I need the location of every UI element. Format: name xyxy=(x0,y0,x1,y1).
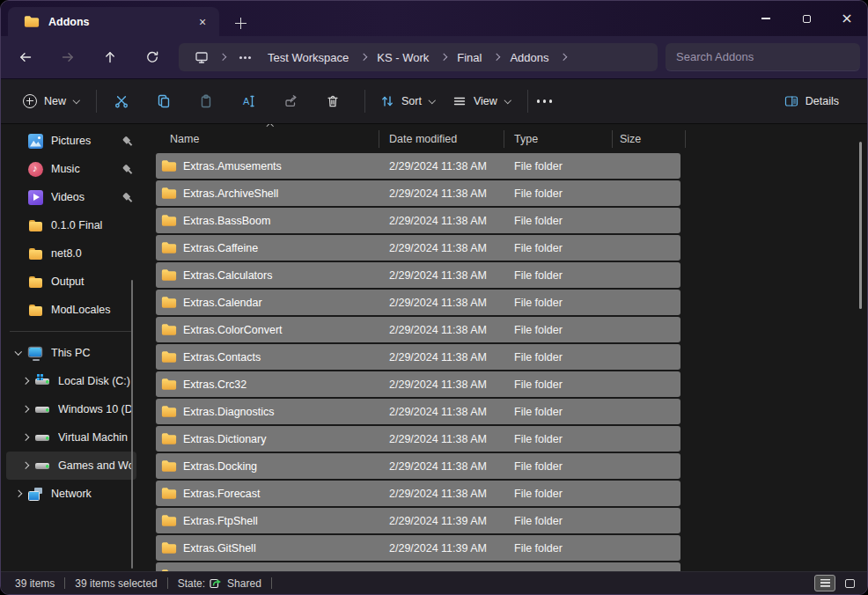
share-button[interactable] xyxy=(273,85,308,117)
cut-button[interactable] xyxy=(104,85,139,117)
chevron-icon[interactable] xyxy=(13,249,23,259)
sidebar-item[interactable]: net8.0 xyxy=(6,239,136,268)
new-tab-button[interactable] xyxy=(230,12,251,33)
file-type: File folder xyxy=(504,242,613,254)
tab-label: Addons xyxy=(48,16,193,28)
column-header-date-modified[interactable]: Date modified xyxy=(379,130,504,148)
file-row[interactable]: Extras.Calendar 2/29/2024 11:38 AM File … xyxy=(156,290,680,315)
details-pane-button[interactable]: Details xyxy=(776,85,853,117)
chevron-right-icon[interactable] xyxy=(436,50,450,64)
breadcrumb-item[interactable]: Final xyxy=(450,46,489,69)
sidebar-item[interactable]: Games and Wo xyxy=(6,452,136,480)
file-row[interactable]: Extras.Calculators 2/29/2024 11:38 AM Fi… xyxy=(156,262,680,288)
copy-button[interactable] xyxy=(146,85,181,117)
sidebar-tree: This PC Local Disk (C:) Windows 10 ( xyxy=(1,339,142,508)
breadcrumb-item[interactable]: KS - Work xyxy=(370,46,436,69)
close-button[interactable]: × xyxy=(827,1,867,36)
sidebar-item[interactable]: Virtual Machin xyxy=(6,423,136,452)
column-header-size[interactable]: Size xyxy=(613,130,686,148)
file-date-modified: 2/29/2024 11:38 AM xyxy=(379,160,504,173)
sidebar-item[interactable]: Local Disk (C:) xyxy=(6,367,136,395)
chevron-icon[interactable] xyxy=(13,277,23,287)
chevron-icon[interactable] xyxy=(13,305,23,315)
file-row[interactable]: Extras.Crc32 2/29/2024 11:38 AM File fol… xyxy=(156,371,680,397)
sidebar-scrollbar[interactable] xyxy=(131,280,133,569)
tab-close-icon[interactable]: × xyxy=(193,12,212,32)
file-name: Extras.ColorConvert xyxy=(183,324,283,336)
column-header-type[interactable]: Type xyxy=(504,130,613,148)
folder-icon xyxy=(161,432,177,445)
file-row[interactable]: Extras.Docking 2/29/2024 11:38 AM File f… xyxy=(156,453,680,479)
file-row[interactable]: Extras.Contacts 2/29/2024 11:38 AM File … xyxy=(156,344,680,370)
breadcrumb-item[interactable]: Test Workspace xyxy=(261,46,356,69)
sidebar-item-icon xyxy=(35,402,50,417)
paste-button[interactable] xyxy=(188,85,224,117)
sidebar-item[interactable]: Windows 10 (D xyxy=(6,395,136,423)
chevron-icon[interactable] xyxy=(20,405,30,415)
vertical-scrollbar[interactable] xyxy=(859,142,862,309)
file-row[interactable]: Extras.Diagnostics 2/29/2024 11:38 AM Fi… xyxy=(156,399,680,424)
sidebar-item[interactable]: 0.1.0 Final xyxy=(6,211,136,239)
search-input[interactable] xyxy=(676,50,850,63)
cut-icon xyxy=(114,94,129,108)
sidebar-item[interactable]: This PC xyxy=(6,339,136,367)
chevron-icon[interactable] xyxy=(13,165,23,174)
up-button[interactable] xyxy=(94,41,126,73)
file-row[interactable]: Extras.GitShell 2/29/2024 11:39 AM File … xyxy=(156,535,680,561)
file-row[interactable]: Extras.FtpShell 2/29/2024 11:39 AM File … xyxy=(156,508,680,533)
sidebar-item[interactable]: Network xyxy=(6,480,136,508)
breadcrumb-overflow-button[interactable] xyxy=(230,46,261,69)
chevron-icon[interactable] xyxy=(13,221,23,231)
details-view-button[interactable] xyxy=(814,575,835,591)
chevron-right-icon[interactable] xyxy=(356,50,370,64)
file-row[interactable]: Extras.Dictionary 2/29/2024 11:38 AM Fil… xyxy=(156,426,680,452)
more-options-button[interactable] xyxy=(535,85,555,117)
sidebar-item[interactable]: Music xyxy=(6,155,136,183)
file-row[interactable]: Extras.ColorConvert 2/29/2024 11:38 AM F… xyxy=(156,317,680,342)
forward-button[interactable] xyxy=(52,41,84,73)
file-row[interactable]: Extras.ArchiveShell 2/29/2024 11:38 AM F… xyxy=(156,180,680,206)
sidebar-item[interactable]: Pictures xyxy=(6,127,136,155)
file-type: File folder xyxy=(504,297,613,309)
file-list-area: Name Date modified Type Size xyxy=(142,124,867,571)
chevron-icon[interactable] xyxy=(13,193,23,202)
sidebar-item-label: net8.0 xyxy=(51,247,133,260)
chevron-icon[interactable] xyxy=(20,433,30,443)
sidebar-item[interactable]: Videos xyxy=(6,183,136,211)
minimize-button[interactable] xyxy=(746,1,786,36)
tab-addons[interactable]: Addons × xyxy=(8,7,219,36)
chevron-icon[interactable] xyxy=(20,461,30,471)
view-button[interactable]: View xyxy=(445,85,520,117)
breadcrumb-root-button[interactable] xyxy=(188,46,216,69)
file-row[interactable]: Extras.BassBoom 2/29/2024 11:38 AM File … xyxy=(156,208,680,233)
chevron-down-icon xyxy=(504,98,512,105)
folder-icon xyxy=(161,459,177,473)
chevron-icon[interactable] xyxy=(13,489,23,499)
sidebar-item[interactable]: Output xyxy=(6,268,136,296)
folder-icon xyxy=(161,296,177,309)
file-row[interactable]: Extras.Amusements 2/29/2024 11:38 AM Fil… xyxy=(156,153,680,179)
chevron-right-icon[interactable] xyxy=(556,50,570,64)
new-button[interactable]: New xyxy=(15,85,89,117)
folder-icon xyxy=(161,159,177,173)
file-row[interactable]: Extras.Caffeine 2/29/2024 11:38 AM File … xyxy=(156,235,680,261)
delete-button[interactable] xyxy=(315,85,350,117)
chevron-icon[interactable] xyxy=(20,377,30,386)
column-header-name[interactable]: Name xyxy=(156,130,379,148)
back-button[interactable] xyxy=(10,41,41,73)
maximize-button[interactable] xyxy=(786,1,827,36)
file-row[interactable]: Extras.Forecast 2/29/2024 11:38 AM File … xyxy=(156,481,680,506)
file-date-modified: 2/29/2024 11:38 AM xyxy=(379,488,504,500)
breadcrumb-item[interactable]: Addons xyxy=(503,46,555,69)
refresh-button[interactable] xyxy=(136,41,168,73)
chevron-right-icon[interactable] xyxy=(489,50,503,64)
rename-button[interactable]: A xyxy=(231,85,266,117)
toolbar-divider xyxy=(96,90,97,113)
sort-button[interactable]: Sort xyxy=(372,85,445,117)
chevron-icon[interactable] xyxy=(13,136,23,146)
large-icons-view-button[interactable] xyxy=(839,575,860,591)
sidebar-item[interactable]: ModLocales xyxy=(6,296,136,324)
search-box xyxy=(666,43,860,71)
file-row[interactable]: Extras.HttpShell 2/29/2024 11:39 AM File… xyxy=(156,562,680,571)
chevron-icon[interactable] xyxy=(13,349,23,358)
